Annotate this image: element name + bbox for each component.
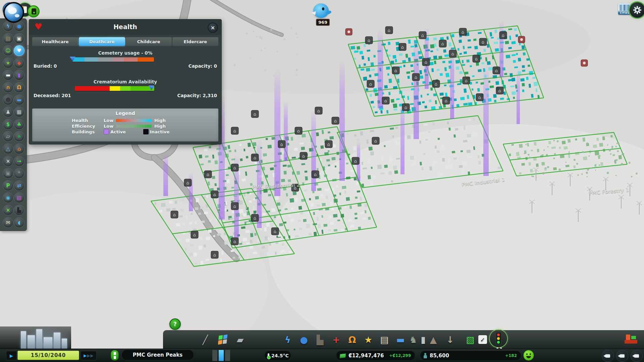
building-notification-marker[interactable]: ⌂ [479, 38, 487, 46]
free-camera-globe-button[interactable] [3, 2, 24, 23]
building-notification-marker[interactable]: ⌂ [251, 154, 259, 161]
building-notification-marker[interactable]: ⌂ [204, 171, 212, 178]
tourism-infoview-icon[interactable]: ◉ [3, 192, 13, 203]
healthcare-tool-button[interactable]: + [329, 333, 343, 346]
building-notification-marker[interactable]: ⌂ [449, 50, 457, 57]
close-button[interactable]: × [208, 22, 218, 33]
help-button[interactable]: ? [169, 318, 181, 330]
building-notification-marker[interactable]: ⌂ [231, 238, 238, 245]
parking-infoview-icon[interactable]: P [3, 180, 13, 191]
building-notification-marker[interactable]: ⌂ [439, 40, 446, 47]
traffic-routes-infoview-icon[interactable]: ⇄ [14, 180, 24, 191]
building-notification-marker[interactable]: ⌂ [473, 55, 480, 62]
cinematic-camera-button[interactable] [616, 350, 628, 362]
noise-infoview-icon[interactable]: ∩ [3, 82, 13, 93]
tab-healthcare[interactable]: Healthcare [32, 37, 78, 46]
city-buildings-infoview-icon[interactable]: ▦ [14, 107, 24, 117]
electricity-tool-button[interactable]: ϟ [281, 333, 294, 346]
building-notification-marker[interactable]: ⌂ [231, 127, 238, 134]
outside-connections-infoview-icon[interactable]: → [14, 156, 24, 167]
building-notification-marker[interactable]: ⌂ [402, 104, 410, 111]
population-display[interactable]: 85,600 +182 [420, 351, 521, 361]
building-notification-marker[interactable]: ⌂ [463, 77, 470, 84]
problem-notification-marker[interactable] [581, 60, 588, 66]
mod-checkbox-tool-button[interactable]: ✓ [476, 333, 489, 346]
money-display[interactable]: ₡12,947,476 +₡12,299 [336, 351, 415, 361]
crime-infoview-icon[interactable]: ☻ [3, 95, 13, 105]
building-notification-marker[interactable]: ⌂ [432, 80, 440, 87]
destruction-infoview-icon[interactable]: * [14, 168, 24, 179]
building-notification-marker[interactable]: ⌂ [191, 231, 198, 238]
wind-infoview-icon[interactable]: ◆ [14, 58, 24, 68]
maintenance-infoview-icon[interactable]: × [3, 156, 13, 167]
terrain-height-infoview-icon[interactable]: △ [3, 143, 13, 154]
pollution-infoview-icon[interactable]: ▮ [14, 70, 24, 80]
heating-infoview-icon[interactable]: ⌂ [14, 143, 24, 154]
garbage-infoview-icon[interactable]: ▤ [3, 33, 13, 44]
entertainment-infoview-icon[interactable]: Ω [14, 82, 24, 93]
building-notification-marker[interactable]: ⌂ [325, 140, 332, 148]
terrain-infoview-icon[interactable]: ▱ [3, 131, 13, 142]
free-camera-button[interactable] [602, 350, 614, 362]
building-notification-marker[interactable]: ⌂ [499, 32, 507, 39]
commercial-infoview-icon[interactable]: ▤ [14, 192, 24, 203]
building-notification-marker[interactable]: ⌂ [251, 214, 259, 222]
building-notification-marker[interactable]: ⌂ [412, 73, 420, 81]
building-notification-marker[interactable]: ⌂ [399, 43, 406, 51]
building-notification-marker[interactable]: ⌂ [312, 171, 319, 178]
building-notification-marker[interactable]: ⌂ [476, 94, 483, 101]
building-notification-marker[interactable]: ⌂ [442, 97, 450, 104]
limits-indicator-button[interactable] [111, 350, 119, 361]
building-notification-marker[interactable]: ⌂ [365, 37, 373, 44]
building-notification-marker[interactable]: ⌂ [211, 191, 218, 198]
building-notification-marker[interactable]: ⌂ [332, 117, 339, 124]
building-notification-marker[interactable]: ⌂ [352, 157, 359, 165]
public-transport-tool-button[interactable]: ▬ [394, 333, 407, 346]
building-notification-marker[interactable]: ⌂ [493, 67, 500, 74]
building-notification-marker[interactable]: ⌂ [419, 32, 426, 39]
screenshot-camera-button[interactable] [631, 350, 643, 362]
building-notification-marker[interactable]: ⌂ [300, 152, 307, 160]
tab-deathcare[interactable]: Deathcare [79, 37, 125, 46]
building-notification-marker[interactable]: ⌂ [211, 251, 218, 258]
chirper-button[interactable]: 969 [311, 2, 331, 27]
building-notification-marker[interactable]: ⌂ [459, 28, 467, 36]
tab-childcare[interactable]: Childcare [126, 37, 172, 46]
settings-gear-button[interactable] [629, 1, 644, 19]
water-tool-button[interactable]: ● [297, 333, 311, 346]
building-notification-marker[interactable]: ⌂ [184, 179, 192, 186]
building-notification-marker[interactable]: ⌂ [278, 140, 285, 148]
monuments-tool-button[interactable]: ▲ [427, 333, 440, 346]
economy-infoview-icon[interactable]: $ [3, 119, 13, 130]
health-infoview-icon[interactable]: ♥ [14, 45, 24, 56]
cargo-infoview-icon[interactable]: ▣ [14, 33, 24, 44]
population-infoview-icon[interactable]: ♟ [3, 107, 13, 117]
building-notification-marker[interactable]: ⌂ [295, 127, 302, 134]
landscaping-tool-button[interactable]: ↓ [443, 333, 457, 346]
building-notification-marker[interactable]: ⌂ [271, 228, 279, 235]
garbage-tool-button[interactable]: ▙ [313, 333, 327, 346]
tmpe-traffic-manager-button[interactable] [489, 329, 508, 348]
building-notification-marker[interactable]: ⌂ [231, 202, 238, 210]
roads-tool-button[interactable]: ╱ [199, 333, 212, 346]
mod-green-tool-button[interactable]: ▧ [464, 333, 477, 346]
building-notification-marker[interactable]: ⌂ [171, 211, 178, 218]
screenshots-infoview-icon[interactable]: ▣ [3, 168, 13, 179]
fishing-infoview-icon[interactable]: ◖ [14, 217, 24, 228]
building-notification-marker[interactable]: ⌂ [251, 110, 259, 118]
speed-controls[interactable]: ▶ ▶ ▶ [80, 351, 97, 360]
building-notification-marker[interactable]: ⌂ [231, 164, 238, 171]
fire-department-tool-button[interactable]: Ω [345, 333, 359, 346]
districts-tool-button[interactable]: ▰ [233, 333, 247, 346]
problem-notification-marker[interactable] [345, 28, 352, 35]
building-notification-marker[interactable]: ⌂ [496, 87, 503, 94]
police-tool-button[interactable]: ★ [362, 333, 375, 346]
building-notification-marker[interactable]: ⌂ [422, 58, 430, 66]
building-notification-marker[interactable]: ⌂ [385, 26, 393, 34]
building-notification-marker[interactable]: ⌂ [367, 80, 374, 87]
milestone-unlock-button[interactable] [28, 5, 40, 17]
building-notification-marker[interactable]: ⌂ [382, 97, 389, 104]
public-transport-infoview-icon[interactable]: ▬ [14, 95, 24, 105]
park-maintenance-infoview-icon[interactable]: × [3, 205, 13, 216]
building-notification-marker[interactable]: ⌂ [372, 137, 379, 144]
